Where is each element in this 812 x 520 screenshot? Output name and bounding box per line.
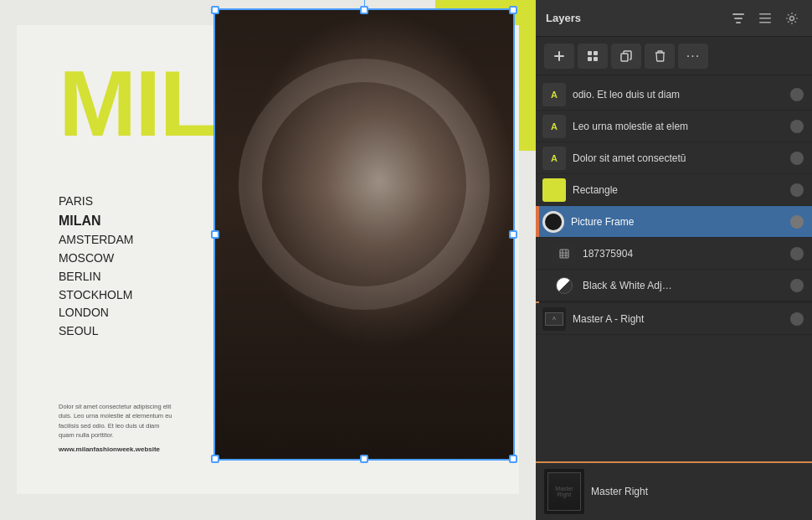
- city-moscow: MOSCOW: [59, 250, 133, 268]
- layer-icon-text-3: A: [542, 147, 566, 170]
- photo-area: [213, 8, 515, 461]
- layer-item-number[interactable]: 187375904: [536, 238, 812, 270]
- svg-rect-0: [732, 13, 744, 15]
- panel-menu-button[interactable]: [755, 8, 775, 28]
- city-stockholm: STOCKHOLM: [59, 286, 133, 305]
- add-layer-button[interactable]: [544, 44, 574, 69]
- layer-label-rectangle: Rectangle: [573, 184, 785, 196]
- layer-icon-text-1: A: [542, 83, 566, 106]
- svg-rect-5: [759, 22, 771, 23]
- layer-icon-bw-adj: [552, 274, 576, 297]
- layer-item-3[interactable]: A Dolor sit amet consectetū: [536, 142, 812, 174]
- svg-rect-8: [554, 55, 564, 57]
- svg-rect-3: [759, 13, 771, 15]
- master-area: MasterRight Master Right: [536, 461, 812, 520]
- svg-rect-1: [734, 18, 743, 19]
- svg-rect-13: [621, 54, 628, 61]
- layer-icon-rectangle: [542, 178, 566, 202]
- city-paris: PARIS: [59, 193, 133, 211]
- layer-label-bw-adj: Black & White Adj…: [583, 280, 785, 291]
- panel-title: Layers: [546, 12, 722, 24]
- panel-toolbar: ···: [536, 37, 812, 75]
- more-options-button[interactable]: ···: [678, 44, 708, 69]
- svg-rect-2: [736, 22, 741, 23]
- layer-label-picture-frame: Picture Frame: [571, 216, 785, 228]
- layer-icon-number: [552, 242, 576, 265]
- photo-background: [213, 8, 515, 461]
- delete-layer-button[interactable]: [645, 44, 675, 69]
- city-list: PARIS MILAN AMSTERDAM MOSCOW BERLIN STOC…: [59, 193, 133, 341]
- city-london: LONDON: [59, 304, 133, 322]
- grid-view-button[interactable]: [578, 44, 608, 69]
- layer-visibility-2[interactable]: [790, 120, 804, 133]
- body-text: Dolor sit amet consectetur adipiscing el…: [59, 402, 176, 440]
- master-thumbnail: MasterRight: [544, 469, 584, 514]
- layer-item-picture-frame[interactable]: Picture Frame: [536, 206, 812, 238]
- layer-item-bw-adj[interactable]: Black & White Adj…: [536, 270, 812, 301]
- svg-rect-9: [588, 51, 592, 55]
- layer-active-indicator: [536, 206, 539, 237]
- city-amsterdam: AMSTERDAM: [59, 231, 133, 250]
- city-milan: MILAN: [59, 211, 133, 232]
- master-page-label: Master Right: [591, 486, 648, 497]
- layer-label-3: Dolor sit amet consectetū: [573, 152, 785, 164]
- layer-icon-master: A: [542, 307, 566, 331]
- layer-item-2[interactable]: A Leo urna molestie at elem: [536, 111, 812, 142]
- layer-item-rectangle[interactable]: Rectangle: [536, 174, 812, 206]
- svg-rect-12: [594, 57, 598, 61]
- layer-visibility-3[interactable]: [790, 152, 804, 165]
- layer-label-master: Master A - Right: [573, 313, 785, 325]
- svg-rect-4: [759, 18, 771, 19]
- layer-label-number: 187375904: [583, 248, 785, 260]
- panel-settings-button[interactable]: [782, 8, 802, 28]
- layer-visibility-1[interactable]: [790, 88, 804, 101]
- layers-panel: Layers: [536, 0, 812, 520]
- panel-header: Layers: [536, 0, 812, 37]
- layer-item-master[interactable]: A Master A - Right: [536, 303, 812, 335]
- panel-filter-button[interactable]: [728, 8, 748, 28]
- svg-point-6: [790, 16, 794, 20]
- duplicate-layer-button[interactable]: [611, 44, 641, 69]
- rotation-line: [364, 0, 365, 6]
- layer-visibility-master[interactable]: [790, 312, 804, 326]
- layer-visibility-rectangle[interactable]: [790, 183, 804, 197]
- layer-label-2: Leo urna molestie at elem: [573, 121, 785, 132]
- layer-visibility-bw-adj[interactable]: [790, 279, 804, 292]
- layer-label-1: odio. Et leo duis ut diam: [573, 89, 785, 100]
- city-seoul: SEOUL: [59, 322, 133, 341]
- layer-icon-text-2: A: [542, 115, 566, 138]
- canvas-area: MILAN PARIS MILAN AMSTERDAM MOSCOW BERLI…: [0, 0, 536, 520]
- svg-rect-14: [560, 250, 568, 258]
- layer-item-1[interactable]: A odio. Et leo duis ut diam: [536, 79, 812, 111]
- bw-adj-circle: [556, 277, 573, 294]
- svg-rect-10: [594, 51, 598, 55]
- layer-icon-picture-frame: [542, 211, 564, 233]
- svg-rect-11: [588, 57, 592, 61]
- layer-visibility-number[interactable]: [790, 247, 804, 260]
- photo-overlay: [213, 8, 515, 461]
- city-berlin: BERLIN: [59, 268, 133, 286]
- website-url: www.milanfashionweek.website: [59, 445, 160, 453]
- layer-visibility-picture-frame[interactable]: [790, 215, 804, 229]
- layers-list: A odio. Et leo duis ut diam A Leo urna m…: [536, 75, 812, 461]
